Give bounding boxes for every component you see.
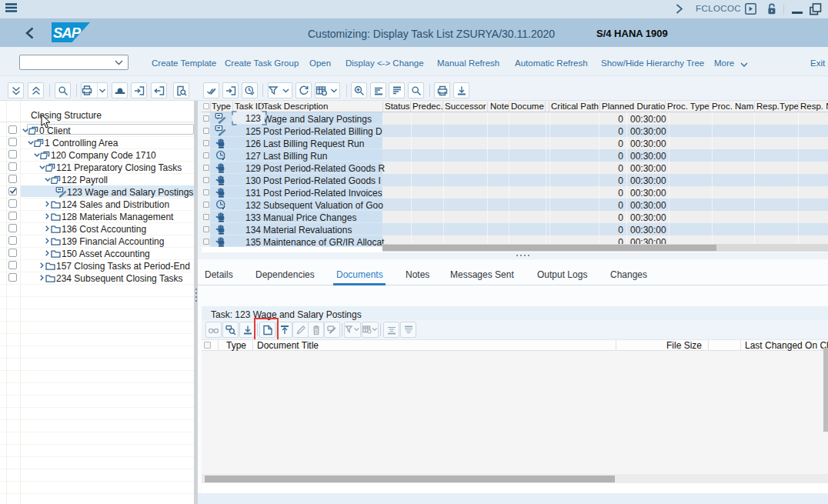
svg-text:SAP: SAP <box>53 25 82 41</box>
